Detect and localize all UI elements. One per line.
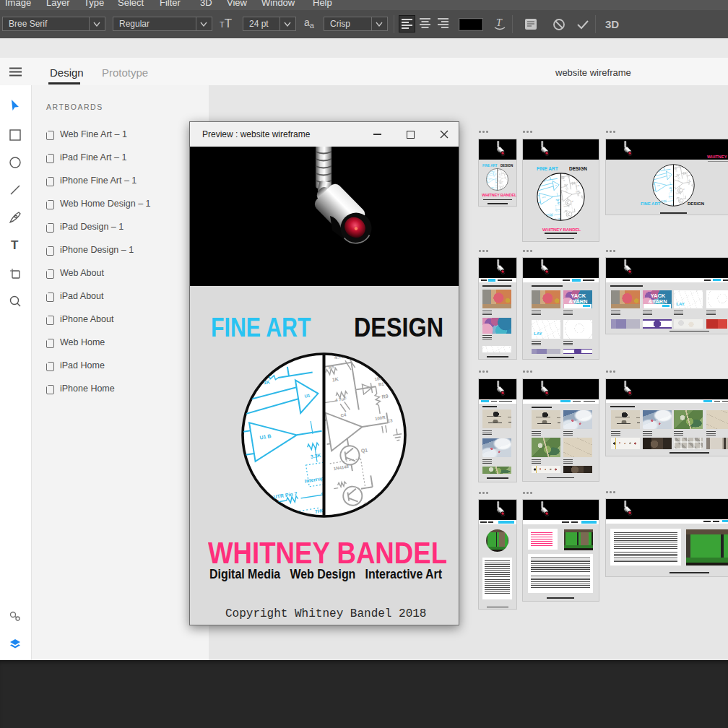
svg-text:T: T <box>11 239 19 251</box>
svg-text:T: T <box>496 17 503 28</box>
